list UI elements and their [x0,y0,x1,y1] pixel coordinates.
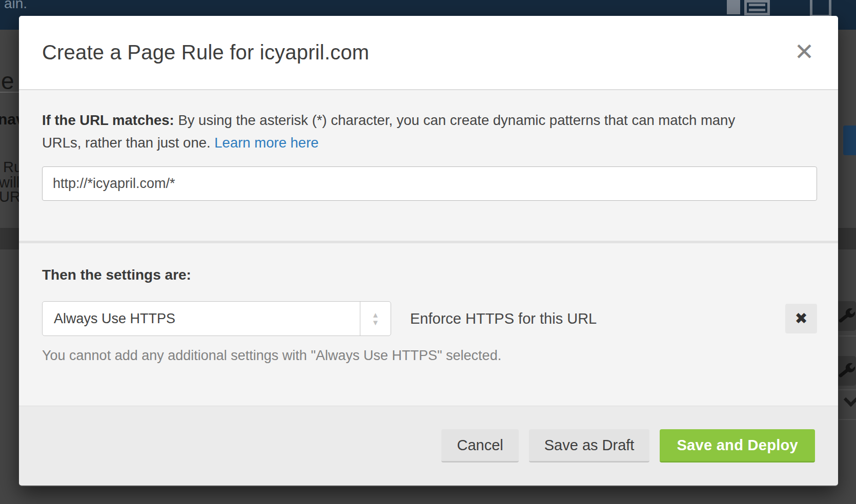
wrench-icon [837,361,856,381]
modal-title: Create a Page Rule for icyapril.com [42,41,369,64]
close-icon: ✕ [794,38,814,65]
background-heading-fragment: e [1,67,14,95]
url-match-label: If the URL matches: [42,112,174,128]
cancel-button[interactable]: Cancel [441,429,518,463]
save-as-draft-button[interactable]: Save as Draft [529,429,650,463]
setting-row: Always Use HTTPS ▲ ▼ Enforce HTTPS for t… [42,301,817,336]
url-pattern-input[interactable] [42,166,817,201]
settings-section: Then the settings are: Always Use HTTPS … [19,243,838,406]
apps-icon [727,0,740,14]
settings-heading: Then the settings are: [42,243,817,283]
setting-note: You cannot add any additional settings w… [42,348,817,364]
background-domain-text-fragment: ain. [4,0,27,12]
url-match-section: If the URL matches: By using the asteris… [19,90,838,241]
setting-description: Enforce HTTPS for this URL [410,310,597,327]
modal-footer: Cancel Save as Draft Save and Deploy [19,406,838,486]
select-spinner-icon: ▲ ▼ [360,302,391,335]
background-blue-button-fragment [843,125,856,155]
list-icon [744,0,770,15]
save-and-deploy-button[interactable]: Save and Deploy [660,429,815,463]
create-page-rule-modal: Create a Page Rule for icyapril.com ✕ If… [19,16,838,487]
window-icon [810,0,831,17]
background-row-divider [839,389,856,390]
close-button[interactable]: ✕ [790,37,819,66]
setting-select-value: Always Use HTTPS [54,311,175,327]
background-row-divider [839,335,856,337]
page-background: ain. e nav Ru will UR Create a Page Rule… [0,0,856,504]
wrench-icon [837,306,856,326]
background-row-divider [839,419,856,420]
remove-icon: ✖ [794,310,807,327]
url-match-description: If the URL matches: By using the asteris… [42,90,775,154]
setting-select[interactable]: Always Use HTTPS ▲ ▼ [42,301,391,336]
spinner-down-icon: ▼ [372,319,379,326]
spinner-up-icon: ▲ [372,311,379,318]
background-text-fragment: UR [0,188,21,205]
chevron-down-icon [845,394,856,406]
modal-header: Create a Page Rule for icyapril.com ✕ [19,16,838,90]
learn-more-link[interactable]: Learn more here [214,135,318,151]
background-divider [0,92,19,93]
remove-setting-button[interactable]: ✖ [785,304,817,333]
